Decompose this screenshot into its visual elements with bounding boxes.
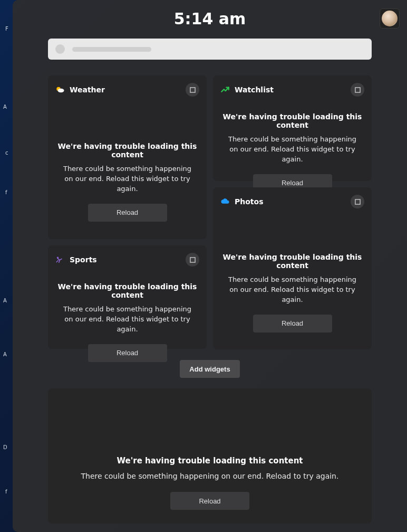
svg-rect-2 [190, 87, 195, 92]
widgets-panel: 5:14 am Weather [13, 0, 407, 532]
widget-title: Sports [70, 255, 97, 264]
error-subtitle: There could be something happening on ou… [220, 275, 364, 305]
avatar-icon [382, 11, 398, 26]
sports-icon [55, 255, 65, 264]
search-input[interactable] [48, 39, 372, 60]
reload-button[interactable]: Reload [253, 315, 332, 332]
error-subtitle: There could be something happening on ou… [220, 135, 364, 165]
svg-point-1 [58, 89, 64, 93]
svg-rect-4 [190, 257, 195, 262]
reload-button[interactable]: Reload [88, 344, 167, 362]
news-error-title: We're having trouble loading this conten… [48, 456, 372, 466]
search-placeholder-dot [55, 44, 65, 54]
widget-title: Photos [235, 197, 264, 206]
news-reload-button[interactable]: Reload [170, 492, 249, 510]
weather-icon [55, 85, 65, 94]
widget-options-button[interactable] [351, 83, 364, 97]
news-error-subtitle: There could be something happening on ou… [48, 471, 372, 481]
clock-time: 5:14 am [13, 10, 407, 28]
widget-sports: Sports We're having trouble loading this… [48, 245, 207, 349]
background-text-fragments: F A c f A A D f [0, 0, 13, 532]
error-subtitle: There could be something happening on ou… [55, 164, 199, 194]
error-title: We're having trouble loading this conten… [55, 282, 199, 299]
options-square-icon [355, 199, 361, 205]
news-feed-card: We're having trouble loading this conten… [48, 388, 372, 524]
options-square-icon [355, 87, 361, 93]
svg-rect-6 [355, 199, 360, 204]
error-title: We're having trouble loading this conten… [55, 142, 199, 159]
options-square-icon [190, 87, 196, 93]
search-placeholder-line [72, 47, 151, 52]
profile-button[interactable] [380, 8, 400, 28]
widget-title: Watchlist [235, 86, 274, 94]
error-subtitle: There could be something happening on ou… [55, 305, 199, 335]
widget-options-button[interactable] [186, 83, 199, 97]
widget-options-button[interactable] [186, 253, 199, 267]
widget-title: Weather [70, 86, 105, 94]
error-title: We're having trouble loading this conten… [220, 253, 364, 270]
widget-watchlist: Watchlist We're having trouble loading t… [213, 75, 372, 181]
reload-button[interactable]: Reload [88, 204, 167, 222]
options-square-icon [190, 257, 196, 263]
widget-photos: Photos We're having trouble loading this… [213, 187, 372, 349]
svg-rect-5 [355, 87, 360, 92]
error-title: We're having trouble loading this conten… [220, 112, 364, 129]
widget-options-button[interactable] [351, 195, 364, 208]
widget-weather: Weather We're having trouble loading thi… [48, 75, 207, 239]
cloud-photos-icon [220, 197, 230, 206]
stocks-trend-icon [220, 85, 230, 94]
add-widgets-button[interactable]: Add widgets [180, 360, 239, 378]
